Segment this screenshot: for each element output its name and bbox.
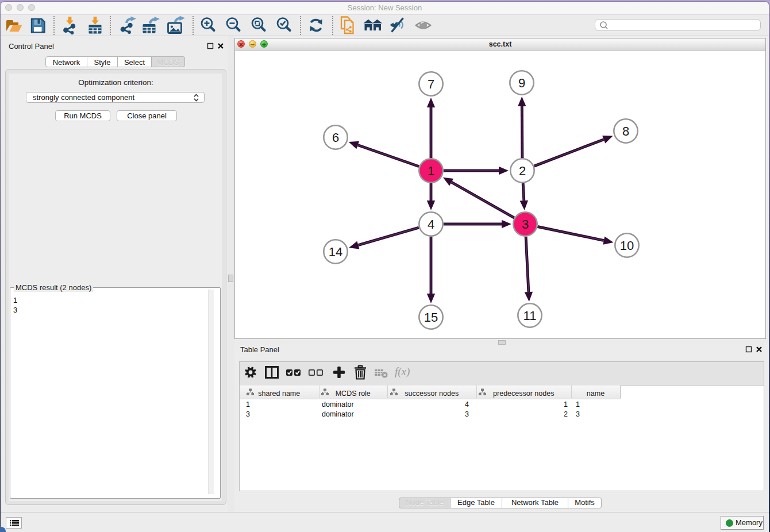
svg-text:10: 10 <box>620 238 634 253</box>
svg-text:14: 14 <box>329 245 342 259</box>
svg-text:9: 9 <box>518 76 525 90</box>
svg-text:1: 1 <box>428 164 434 178</box>
svg-text:6: 6 <box>332 130 339 145</box>
svg-text:7: 7 <box>428 77 434 91</box>
svg-text:3: 3 <box>522 217 529 232</box>
svg-text:15: 15 <box>424 310 438 325</box>
svg-text:4: 4 <box>428 217 434 232</box>
svg-text:2: 2 <box>519 164 526 178</box>
svg-text:11: 11 <box>523 309 537 323</box>
svg-text:8: 8 <box>622 124 629 138</box>
